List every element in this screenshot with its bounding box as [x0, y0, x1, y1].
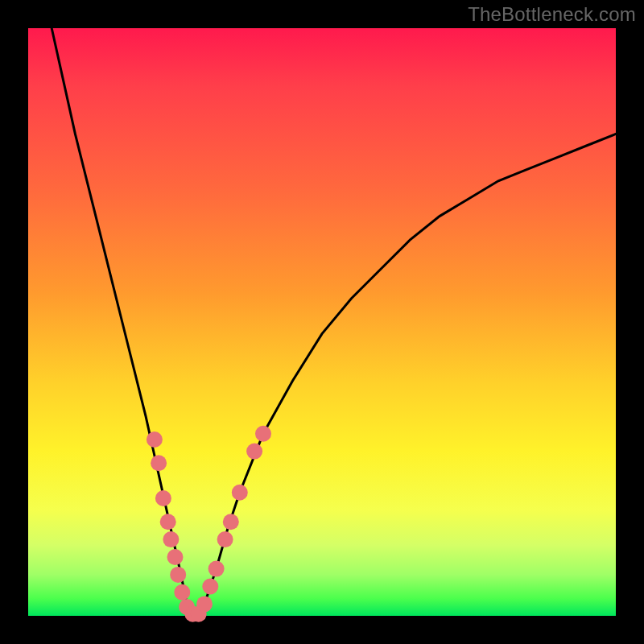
data-marker — [170, 567, 186, 583]
data-marker — [163, 531, 179, 547]
plot-area — [28, 28, 616, 616]
marker-group — [147, 426, 271, 622]
data-marker — [151, 455, 167, 471]
chart-frame: TheBottleneck.com — [0, 0, 644, 644]
data-marker — [160, 514, 176, 530]
data-marker — [196, 596, 213, 612]
data-marker — [255, 426, 271, 442]
data-marker — [174, 584, 190, 601]
data-marker — [167, 549, 184, 565]
data-marker — [208, 561, 225, 577]
data-marker — [246, 444, 262, 460]
chart-svg — [28, 28, 616, 616]
watermark-text: TheBottleneck.com — [468, 3, 636, 26]
data-marker — [217, 531, 233, 547]
data-marker — [223, 514, 239, 530]
data-marker — [155, 490, 171, 506]
data-marker — [232, 485, 248, 501]
bottleneck-curve — [52, 28, 616, 616]
data-marker — [202, 579, 218, 595]
data-marker — [147, 431, 163, 448]
